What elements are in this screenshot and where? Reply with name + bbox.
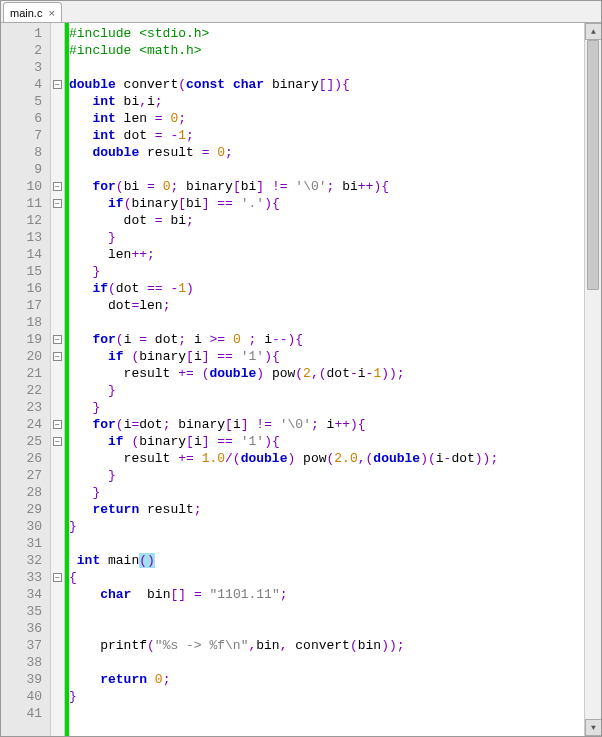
code-line[interactable]: result += 1.0/(double) pow(2.0,(double)(… bbox=[69, 450, 601, 467]
code-line[interactable]: if (binary[i] == '1'){ bbox=[69, 433, 601, 450]
code-line[interactable]: } bbox=[69, 382, 601, 399]
code-line[interactable]: } bbox=[69, 484, 601, 501]
code-line[interactable]: printf("%s -> %f\n",bin, convert(bin)); bbox=[69, 637, 601, 654]
line-number: 26 bbox=[1, 450, 42, 467]
code-line[interactable]: for(bi = 0; binary[bi] != '\0'; bi++){ bbox=[69, 178, 601, 195]
line-number-gutter: 1234567891011121314151617181920212223242… bbox=[1, 23, 51, 736]
fold-cell bbox=[51, 467, 64, 484]
fold-cell[interactable]: − bbox=[51, 416, 64, 433]
fold-cell bbox=[51, 501, 64, 518]
line-number: 27 bbox=[1, 467, 42, 484]
fold-toggle-icon[interactable]: − bbox=[53, 352, 62, 361]
fold-toggle-icon[interactable]: − bbox=[53, 420, 62, 429]
code-line[interactable]: } bbox=[69, 263, 601, 280]
line-number: 28 bbox=[1, 484, 42, 501]
code-line[interactable]: return 0; bbox=[69, 671, 601, 688]
code-line[interactable]: int bi,i; bbox=[69, 93, 601, 110]
code-line[interactable] bbox=[69, 620, 601, 637]
code-line[interactable]: for(i=dot; binary[i] != '\0'; i++){ bbox=[69, 416, 601, 433]
scroll-down-button[interactable]: ▼ bbox=[585, 719, 602, 736]
line-number: 10 bbox=[1, 178, 42, 195]
line-number: 5 bbox=[1, 93, 42, 110]
code-line[interactable]: #include <math.h> bbox=[69, 42, 601, 59]
fold-cell[interactable]: − bbox=[51, 433, 64, 450]
fold-toggle-icon[interactable]: − bbox=[53, 182, 62, 191]
line-number: 12 bbox=[1, 212, 42, 229]
fold-cell bbox=[51, 280, 64, 297]
code-line[interactable] bbox=[69, 535, 601, 552]
fold-toggle-icon[interactable]: − bbox=[53, 335, 62, 344]
code-line[interactable] bbox=[69, 705, 601, 722]
code-area[interactable]: #include <stdio.h>#include <math.h>doubl… bbox=[69, 23, 601, 736]
line-number: 15 bbox=[1, 263, 42, 280]
code-line[interactable]: { bbox=[69, 569, 601, 586]
code-line[interactable]: int dot = -1; bbox=[69, 127, 601, 144]
code-line[interactable]: int main() bbox=[69, 552, 601, 569]
vertical-scrollbar[interactable]: ▲ ▼ bbox=[584, 23, 601, 736]
fold-cell bbox=[51, 93, 64, 110]
fold-cell[interactable]: − bbox=[51, 76, 64, 93]
code-line[interactable]: result += (double) pow(2,(dot-i-1)); bbox=[69, 365, 601, 382]
code-line[interactable]: if(binary[bi] == '.'){ bbox=[69, 195, 601, 212]
fold-cell bbox=[51, 535, 64, 552]
fold-toggle-icon[interactable]: − bbox=[53, 80, 62, 89]
fold-cell bbox=[51, 263, 64, 280]
code-line[interactable] bbox=[69, 654, 601, 671]
code-line[interactable] bbox=[69, 161, 601, 178]
fold-cell bbox=[51, 705, 64, 722]
line-number: 34 bbox=[1, 586, 42, 603]
code-line[interactable]: len++; bbox=[69, 246, 601, 263]
tab-main-c[interactable]: main.c × bbox=[3, 2, 62, 22]
fold-cell bbox=[51, 399, 64, 416]
code-line[interactable]: dot=len; bbox=[69, 297, 601, 314]
fold-cell bbox=[51, 161, 64, 178]
code-line[interactable]: } bbox=[69, 688, 601, 705]
code-line[interactable]: if(dot == -1) bbox=[69, 280, 601, 297]
code-line[interactable]: #include <stdio.h> bbox=[69, 25, 601, 42]
code-line[interactable] bbox=[69, 314, 601, 331]
fold-toggle-icon[interactable]: − bbox=[53, 199, 62, 208]
code-line[interactable]: } bbox=[69, 467, 601, 484]
line-number: 24 bbox=[1, 416, 42, 433]
tab-label: main.c bbox=[10, 7, 42, 19]
close-icon[interactable]: × bbox=[48, 7, 54, 19]
scroll-up-button[interactable]: ▲ bbox=[585, 23, 602, 40]
code-line[interactable]: } bbox=[69, 518, 601, 535]
line-number: 9 bbox=[1, 161, 42, 178]
code-line[interactable]: for(i = dot; i >= 0 ; i--){ bbox=[69, 331, 601, 348]
code-line[interactable]: } bbox=[69, 399, 601, 416]
line-number: 38 bbox=[1, 654, 42, 671]
fold-cell[interactable]: − bbox=[51, 348, 64, 365]
line-number: 3 bbox=[1, 59, 42, 76]
fold-cell[interactable]: − bbox=[51, 569, 64, 586]
fold-toggle-icon[interactable]: − bbox=[53, 573, 62, 582]
fold-cell[interactable]: − bbox=[51, 195, 64, 212]
code-line[interactable]: } bbox=[69, 229, 601, 246]
fold-toggle-icon[interactable]: − bbox=[53, 437, 62, 446]
code-line[interactable]: int len = 0; bbox=[69, 110, 601, 127]
code-line[interactable] bbox=[69, 59, 601, 76]
code-line[interactable]: return result; bbox=[69, 501, 601, 518]
line-number: 22 bbox=[1, 382, 42, 399]
scroll-thumb[interactable] bbox=[587, 40, 599, 290]
code-line[interactable] bbox=[69, 603, 601, 620]
code-line[interactable]: char bin[] = "1101.11"; bbox=[69, 586, 601, 603]
line-number: 39 bbox=[1, 671, 42, 688]
code-line[interactable]: if (binary[i] == '1'){ bbox=[69, 348, 601, 365]
code-line[interactable]: double result = 0; bbox=[69, 144, 601, 161]
line-number: 33 bbox=[1, 569, 42, 586]
line-number: 25 bbox=[1, 433, 42, 450]
code-line[interactable]: dot = bi; bbox=[69, 212, 601, 229]
line-number: 40 bbox=[1, 688, 42, 705]
fold-cell[interactable]: − bbox=[51, 178, 64, 195]
line-number: 13 bbox=[1, 229, 42, 246]
line-number: 11 bbox=[1, 195, 42, 212]
line-number: 18 bbox=[1, 314, 42, 331]
fold-cell bbox=[51, 603, 64, 620]
code-line[interactable]: double convert(const char binary[]){ bbox=[69, 76, 601, 93]
line-number: 14 bbox=[1, 246, 42, 263]
line-number: 17 bbox=[1, 297, 42, 314]
line-number: 37 bbox=[1, 637, 42, 654]
fold-cell bbox=[51, 671, 64, 688]
fold-cell[interactable]: − bbox=[51, 331, 64, 348]
